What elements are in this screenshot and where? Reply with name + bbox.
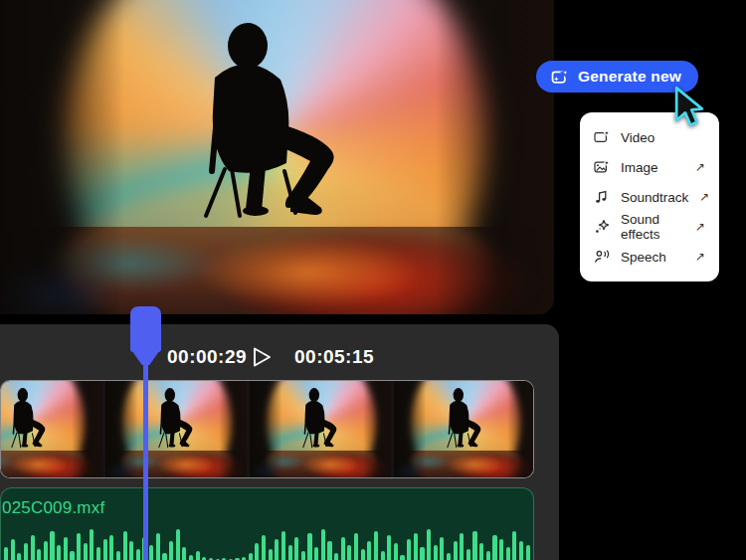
menu-item-label: Image <box>621 160 658 175</box>
preview-scene <box>1 381 102 477</box>
scene-vignette <box>250 381 391 477</box>
video-preview[interactable] <box>0 0 554 314</box>
preview-scene <box>250 381 391 477</box>
menu-item-label: Video <box>621 130 654 145</box>
preview-scene <box>105 381 247 477</box>
audio-clip-filename: 025C009.mxf <box>2 498 104 518</box>
external-link-arrow-icon: ↗ <box>695 160 705 174</box>
playhead-handle[interactable] <box>130 306 161 366</box>
timeline-thumbnail <box>391 381 534 477</box>
menu-item-sound-effects[interactable]: Sound effects ↗ <box>580 212 719 242</box>
scene-vignette <box>1 381 102 477</box>
speech-person-icon <box>594 249 610 265</box>
menu-item-label: Sound effects <box>621 212 684 242</box>
external-link-arrow-icon: ↗ <box>695 250 705 264</box>
preview-scene <box>394 381 534 477</box>
waveform <box>4 526 530 560</box>
menu-item-speech[interactable]: Speech ↗ <box>580 242 719 272</box>
generate-dropdown-menu: Video Image ↗ Sound <box>580 112 719 281</box>
video-generate-icon <box>594 129 610 145</box>
current-time: 00:00:29 <box>167 346 247 368</box>
menu-item-soundtrack[interactable]: Soundtrack ↗ <box>580 182 719 212</box>
audio-track-clip[interactable]: 025C009.mxf <box>0 487 534 560</box>
menu-item-label: Speech <box>621 250 666 265</box>
timeline-thumbnail <box>102 381 247 477</box>
generate-sparkle-icon <box>551 68 570 87</box>
play-outline-icon <box>250 345 274 369</box>
scene-vignette <box>105 381 247 477</box>
scene-vignette <box>0 0 554 314</box>
timeline-thumbnail <box>247 381 391 477</box>
scene-vignette <box>394 381 534 477</box>
generate-new-label: Generate new <box>578 68 681 86</box>
mouse-cursor-icon <box>672 86 706 127</box>
app-stage: Generate new Video <box>0 0 746 560</box>
external-link-arrow-icon: ↗ <box>695 220 705 234</box>
timeline-panel: 00:00:29 00:05:15 <box>0 324 559 560</box>
menu-item-label: Soundtrack <box>621 190 688 205</box>
soundtrack-note-icon <box>594 189 610 205</box>
sound-effects-sparkle-icon <box>594 219 610 235</box>
video-track-clip[interactable] <box>0 380 534 478</box>
timeline-thumbnail <box>1 381 102 477</box>
external-link-arrow-icon: ↗ <box>699 190 709 204</box>
play-button[interactable] <box>250 345 274 369</box>
total-duration: 00:05:15 <box>294 346 374 368</box>
image-generate-icon <box>594 159 610 175</box>
menu-item-image[interactable]: Image ↗ <box>580 152 719 182</box>
preview-scene <box>0 0 554 314</box>
